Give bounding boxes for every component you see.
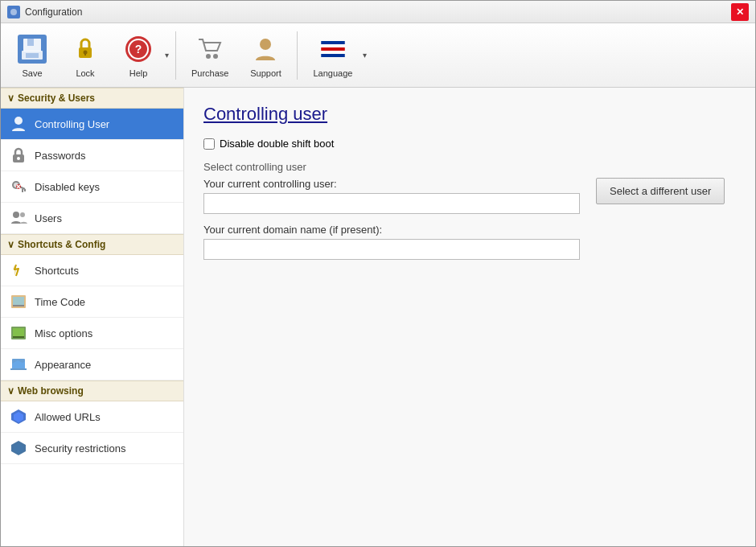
title-bar: Configuration ✕ <box>1 1 755 23</box>
svg-point-15 <box>213 54 218 59</box>
allowed-urls-label: Allowed URLs <box>35 411 101 423</box>
toolbar-separator-2 <box>297 31 298 80</box>
disable-double-shift-checkbox[interactable] <box>203 138 215 150</box>
chevron-shortcuts-icon: ∨ <box>7 239 14 250</box>
purchase-button[interactable]: Purchase <box>183 29 237 82</box>
section-security-label: Security & Users <box>18 93 95 104</box>
sidebar-item-controlling-user[interactable]: Controlling User <box>1 109 183 140</box>
sidebar-item-allowed-urls[interactable]: Allowed URLs <box>1 401 183 433</box>
svg-rect-45 <box>13 336 24 338</box>
disable-double-shift-row: Disable double shift boot <box>203 138 736 150</box>
svg-point-29 <box>17 157 20 160</box>
disable-double-shift-label: Disable double shift boot <box>220 138 334 150</box>
sidebar-item-time-code[interactable]: Time Code <box>1 286 183 318</box>
current-user-input[interactable] <box>203 193 580 214</box>
help-icon: ? <box>122 33 154 65</box>
misc-options-label: Misc options <box>35 327 92 339</box>
save-button[interactable]: Save <box>7 29 57 82</box>
svg-rect-44 <box>13 328 24 336</box>
save-label: Save <box>22 68 42 78</box>
appearance-icon <box>9 355 28 374</box>
shortcuts-label: Shortcuts <box>35 265 79 277</box>
toolbar-separator-1 <box>175 31 176 80</box>
disabled-keys-label: Disabled keys <box>35 181 100 193</box>
current-user-row: Your current controlling user: Your curr… <box>203 178 736 260</box>
disabled-keys-icon <box>9 177 28 196</box>
passwords-icon <box>9 146 28 165</box>
section-security-users: ∨ Security & Users <box>1 88 183 109</box>
svg-text:?: ? <box>135 43 142 56</box>
page-title: Controlling user <box>203 104 736 125</box>
security-restrictions-label: Security restrictions <box>35 442 125 454</box>
section-web-label: Web browsing <box>18 385 84 397</box>
lock-button[interactable]: Lock <box>60 29 110 82</box>
passwords-label: Passwords <box>35 150 86 162</box>
appearance-label: Appearance <box>35 359 91 371</box>
support-label: Support <box>250 68 281 78</box>
sidebar-item-misc-options[interactable]: Misc options <box>1 318 183 349</box>
toolbar: Save Lock ? <box>1 23 755 88</box>
current-user-field-label: Your current controlling user: <box>203 178 580 190</box>
sidebar-item-passwords[interactable]: Passwords <box>1 140 183 171</box>
side-button-area: Select a different user <box>596 178 725 204</box>
svg-point-16 <box>260 39 271 50</box>
title-bar-left: Configuration <box>7 6 82 19</box>
allowed-urls-icon <box>9 407 28 426</box>
language-label: Language <box>313 68 352 78</box>
language-arrow-icon[interactable]: ▾ <box>363 51 367 60</box>
controlling-user-icon <box>9 114 28 134</box>
users-icon <box>9 208 28 228</box>
svg-point-27 <box>14 117 23 125</box>
sidebar-item-users[interactable]: Users <box>1 203 183 234</box>
svg-rect-24 <box>321 54 345 57</box>
svg-rect-23 <box>321 51 345 54</box>
svg-rect-47 <box>10 368 27 370</box>
language-icon <box>317 33 349 65</box>
sidebar: ∨ Security & Users Controlling User <box>1 88 184 546</box>
support-icon <box>249 33 281 65</box>
main-window: Configuration ✕ Save <box>0 0 756 547</box>
time-code-icon <box>9 292 28 311</box>
language-button[interactable]: Language <box>304 29 361 82</box>
svg-point-1 <box>10 9 17 15</box>
svg-point-39 <box>20 212 25 217</box>
sidebar-item-security-restrictions[interactable]: Security restrictions <box>1 433 183 464</box>
support-button[interactable]: Support <box>240 29 290 82</box>
language-button-group: Language ▾ <box>304 29 367 82</box>
chevron-web-icon: ∨ <box>7 385 14 397</box>
section-controlling-user-label: Select controlling user <box>203 161 736 173</box>
sidebar-item-shortcuts[interactable]: Shortcuts <box>1 255 183 286</box>
select-controlling-user-section: Select controlling user Your current con… <box>203 161 736 260</box>
purchase-label: Purchase <box>191 68 228 78</box>
time-code-label: Time Code <box>35 296 85 308</box>
svg-rect-41 <box>13 297 24 305</box>
content-area: Controlling user Disable double shift bo… <box>184 88 755 546</box>
lock-icon <box>69 33 101 65</box>
svg-rect-22 <box>321 47 345 51</box>
help-label: Help <box>129 68 148 78</box>
section-shortcuts-config: ∨ Shortcuts & Config <box>1 234 183 255</box>
svg-point-38 <box>13 212 19 218</box>
security-restrictions-icon <box>9 438 28 458</box>
users-label: Users <box>35 212 62 224</box>
save-icon <box>16 33 48 65</box>
window-title: Configuration <box>25 6 82 18</box>
svg-rect-4 <box>27 39 34 46</box>
help-button-group: ? Help ▾ <box>113 29 169 82</box>
help-button[interactable]: ? Help <box>113 29 163 82</box>
svg-rect-42 <box>13 305 24 306</box>
close-icon: ✕ <box>736 6 744 18</box>
help-arrow-icon[interactable]: ▾ <box>165 51 169 60</box>
current-user-inputs: Your current controlling user: Your curr… <box>203 178 580 260</box>
select-user-button[interactable]: Select a different user <box>596 178 725 204</box>
close-button[interactable]: ✕ <box>731 3 749 21</box>
current-domain-field-label: Your current domain name (if present): <box>203 224 580 236</box>
controlling-user-label: Controlling User <box>35 118 109 130</box>
chevron-security-icon: ∨ <box>7 93 14 104</box>
sidebar-item-appearance[interactable]: Appearance <box>1 349 183 380</box>
sidebar-item-disabled-keys[interactable]: Disabled keys <box>1 171 183 203</box>
svg-rect-9 <box>84 52 86 56</box>
svg-rect-21 <box>321 44 345 47</box>
current-domain-input[interactable] <box>203 239 580 260</box>
section-web-browsing: ∨ Web browsing <box>1 380 183 401</box>
